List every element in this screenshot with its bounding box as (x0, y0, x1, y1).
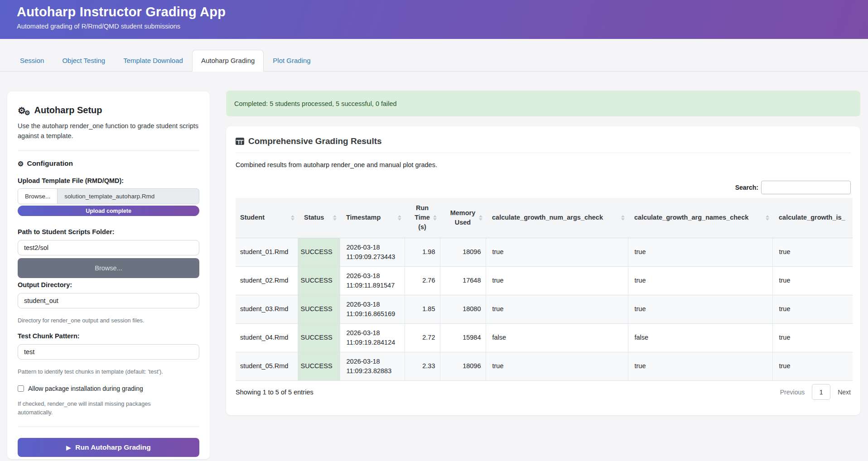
cell-memory: 18080 (440, 295, 486, 323)
scripts-folder-label: Path to Student Scripts Folder: (18, 228, 199, 235)
cell-run-time: 2.33 (405, 352, 440, 380)
output-directory-help: Directory for render_one output and sess… (18, 316, 199, 325)
sort-icon (621, 215, 625, 221)
gear-icon: ⚙ (18, 160, 24, 167)
table-row[interactable]: student_02.Rmd SUCCESS 2026-03-1811:09:1… (236, 266, 853, 295)
test-chunk-pattern-help: Pattern to identify test chunks in templ… (18, 367, 199, 376)
cell-timestamp: 2026-03-1811:09:16.865169 (340, 295, 405, 323)
table-row[interactable]: student_04.Rmd SUCCESS 2026-03-1811:09:1… (236, 323, 853, 352)
allow-package-install-checkbox[interactable] (18, 385, 24, 392)
pagination-page-1[interactable]: 1 (812, 384, 830, 400)
cell-memory: 15984 (440, 323, 486, 352)
col-header-is-check[interactable]: calculate_growth_is_ (772, 198, 853, 238)
tab-bar: Session Object Testing Template Download… (0, 39, 868, 72)
cell-student: student_05.Rmd (236, 352, 298, 380)
table-search-row: Search: (236, 181, 851, 194)
cell-arg-names-check: true (628, 266, 772, 295)
upload-template-label: Upload Template File (RMD/QMD): (18, 177, 199, 184)
col-header-memory-used[interactable]: Memory Used (440, 198, 486, 238)
table-row[interactable]: student_03.Rmd SUCCESS 2026-03-1811:09:1… (236, 295, 853, 323)
cell-run-time: 1.98 (405, 238, 440, 266)
tab-session[interactable]: Session (11, 50, 53, 71)
tab-template-download[interactable]: Template Download (114, 50, 192, 71)
upload-progress-bar: Upload complete (18, 206, 199, 216)
test-chunk-pattern-input[interactable] (18, 344, 199, 360)
cell-num-args-check: true (486, 266, 628, 295)
cell-is-check: true (772, 323, 853, 352)
output-directory-label: Output Directory: (18, 281, 199, 288)
col-header-arg-names-check[interactable]: calculate_growth_arg_names_check (628, 198, 772, 238)
cell-memory: 17648 (440, 266, 486, 295)
cell-student: student_02.Rmd (236, 266, 298, 295)
status-badge: SUCCESS (298, 238, 340, 266)
table-row[interactable]: student_05.Rmd SUCCESS 2026-03-1811:09:2… (236, 352, 853, 380)
cell-is-check: true (772, 295, 853, 323)
cell-num-args-check: true (486, 238, 628, 266)
upload-progress-label: Upload complete (86, 208, 131, 214)
results-table-container[interactable]: Student Status Timestamp Run Time (s) Me… (236, 198, 853, 381)
cell-student: student_03.Rmd (236, 295, 298, 323)
col-header-status[interactable]: Status (298, 198, 340, 238)
cell-arg-names-check: true (628, 238, 772, 266)
cell-timestamp: 2026-03-1811:09:19.284124 (340, 323, 405, 352)
col-header-run-time[interactable]: Run Time (s) (405, 198, 440, 238)
cell-student: student_04.Rmd (236, 323, 298, 352)
setup-heading-label: Autoharp Setup (34, 105, 102, 115)
app-subtitle: Automated grading of R/Rmd/QMD student s… (17, 23, 868, 30)
results-title: Comprehensive Grading Results (248, 136, 382, 146)
run-button-label: Run Autoharp Grading (75, 443, 150, 451)
gears-icon-small: ⚙ (24, 110, 30, 116)
test-chunk-pattern-label: Test Chunk Pattern: (18, 332, 199, 340)
tab-plot-grading[interactable]: Plot Grading (264, 50, 319, 71)
pagination-previous[interactable]: Previous (780, 389, 805, 396)
completion-alert: Completed: 5 students processed, 5 succe… (226, 91, 860, 116)
table-footer: Showing 1 to 5 of 5 entries Previous 1 N… (236, 384, 851, 400)
col-header-num-args-check[interactable]: calculate_growth_num_args_check (486, 198, 628, 238)
status-badge: SUCCESS (298, 295, 340, 323)
file-browse-button[interactable]: Browse... (18, 189, 58, 204)
cell-is-check: true (772, 352, 853, 380)
entries-info: Showing 1 to 5 of 5 entries (236, 389, 313, 396)
sort-icon (433, 215, 437, 221)
col-header-student[interactable]: Student (236, 198, 298, 238)
table-icon (236, 138, 244, 145)
app-title: Autoharp Instructor Grading App (17, 5, 868, 19)
allow-package-install-label: Allow package installation during gradin… (28, 385, 143, 392)
cell-arg-names-check: false (628, 323, 772, 352)
search-input[interactable] (761, 181, 851, 194)
table-header-row: Student Status Timestamp Run Time (s) Me… (236, 198, 853, 238)
cell-arg-names-check: true (628, 352, 772, 380)
cell-num-args-check: true (486, 295, 628, 323)
play-icon: ▶ (66, 444, 71, 451)
pagination-next[interactable]: Next (838, 389, 851, 396)
cell-run-time: 1.85 (405, 295, 440, 323)
output-directory-input[interactable] (18, 293, 199, 308)
allow-package-install-help: If checked, render_one will install miss… (18, 399, 167, 417)
run-autoharp-grading-button[interactable]: ▶ Run Autoharp Grading (18, 438, 199, 457)
cell-timestamp: 2026-03-1811:09:09.273443 (340, 238, 405, 266)
status-badge: SUCCESS (298, 352, 340, 380)
app-header: Autoharp Instructor Grading App Automate… (0, 0, 868, 39)
divider (18, 427, 199, 427)
scripts-folder-input[interactable] (18, 240, 199, 255)
configuration-heading: ⚙ Configuration (18, 159, 199, 168)
cell-student: student_01.Rmd (236, 238, 298, 266)
sort-icon (479, 215, 482, 221)
cell-memory: 18096 (440, 352, 486, 380)
template-file-input[interactable]: Browse... solution_template_autoharp.Rmd (18, 188, 199, 204)
uploaded-filename: solution_template_autoharp.Rmd (58, 189, 161, 204)
cell-run-time: 2.72 (405, 323, 440, 352)
tab-autoharp-grading[interactable]: Autoharp Grading (192, 50, 264, 72)
sort-icon (291, 215, 294, 221)
scripts-browse-button[interactable]: Browse... (18, 258, 199, 278)
cell-is-check: true (772, 238, 853, 266)
cell-is-check: true (772, 266, 853, 295)
grading-results-panel: Comprehensive Grading Results Combined r… (226, 126, 860, 415)
col-header-timestamp[interactable]: Timestamp (340, 198, 405, 238)
completion-alert-text: Completed: 5 students processed, 5 succe… (234, 100, 397, 107)
table-row[interactable]: student_01.Rmd SUCCESS 2026-03-1811:09:0… (236, 238, 853, 266)
cell-memory: 18096 (440, 238, 486, 266)
tab-object-testing[interactable]: Object Testing (53, 50, 114, 71)
pagination: Previous 1 Next (780, 384, 851, 400)
cell-timestamp: 2026-03-1811:09:23.82883 (340, 352, 405, 380)
